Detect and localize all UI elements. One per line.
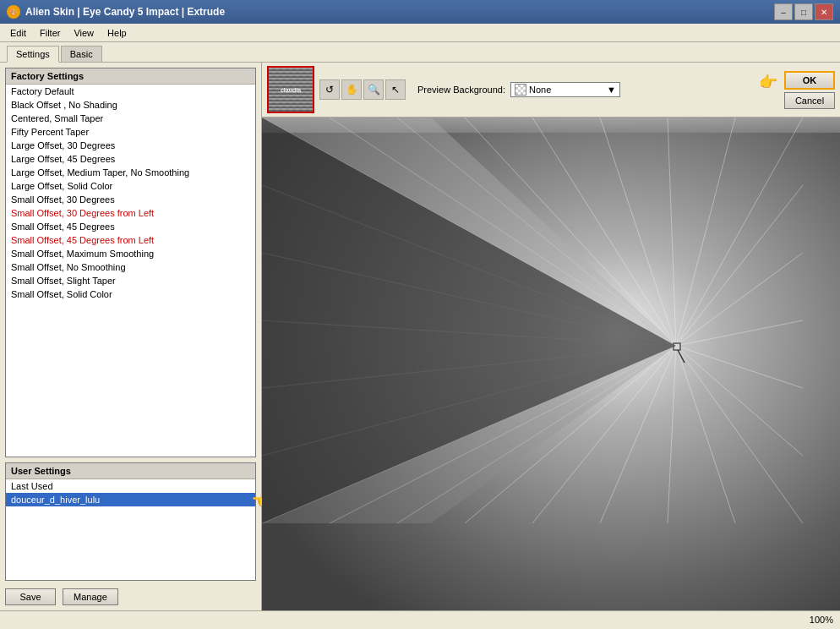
list-item[interactable]: Small Offset, No Smoothing — [6, 260, 255, 274]
title-bar-left: 🎨 Alien Skin | Eye Candy 5 Impact | Extr… — [7, 5, 225, 19]
ok-hand-pointer-icon: 👉 — [759, 73, 777, 91]
list-item[interactable]: Large Offset, Solid Color — [6, 179, 255, 193]
tab-settings[interactable]: Settings — [7, 46, 59, 63]
list-item[interactable]: Small Offset, 30 Degrees from Left — [6, 206, 255, 220]
hand-tool-icon[interactable]: ✋ — [341, 79, 362, 100]
tab-basic[interactable]: Basic — [61, 46, 102, 62]
maximize-button[interactable]: □ — [794, 3, 813, 20]
preview-canvas — [262, 118, 840, 610]
list-item[interactable]: Small Offset, 30 Degrees — [6, 193, 255, 206]
thumbnail-watermark: claudia — [281, 87, 301, 93]
last-used-label: Last Used — [6, 479, 255, 493]
preview-bg-value: None — [529, 85, 551, 95]
refresh-icon[interactable]: ↺ — [319, 79, 340, 100]
title-bar: 🎨 Alien Skin | Eye Candy 5 Impact | Extr… — [0, 0, 840, 24]
app-icon: 🎨 — [7, 5, 20, 19]
save-button[interactable]: Save — [5, 588, 56, 605]
bg-swatch — [515, 84, 526, 96]
manage-button[interactable]: Manage — [63, 588, 118, 605]
list-item[interactable]: Small Offset, Slight Taper — [6, 274, 255, 287]
factory-settings-panel: Factory Settings Factory Default Black O… — [5, 68, 256, 457]
list-item[interactable]: Small Offset, Maximum Smoothing — [6, 247, 255, 260]
minimize-button[interactable]: – — [774, 3, 793, 20]
list-item[interactable]: Fifty Percent Taper — [6, 125, 255, 139]
zoom-level: 100% — [810, 615, 833, 625]
list-item[interactable]: Large Offset, 45 Degrees — [6, 152, 255, 166]
window-title: Alien Skin | Eye Candy 5 Impact | Extrud… — [25, 6, 225, 18]
close-button[interactable]: ✕ — [815, 3, 833, 20]
preview-bg-label: Preview Background: — [417, 85, 505, 95]
list-item[interactable]: Centered, Small Taper — [6, 112, 255, 125]
list-item[interactable]: Large Offset, 30 Degrees — [6, 139, 255, 152]
bottom-buttons: Save Manage — [0, 583, 261, 610]
menu-help[interactable]: Help — [101, 24, 134, 41]
top-strip: claudia ↺ ✋ 🔍 ↖ Preview Background: None… — [262, 63, 840, 118]
dropdown-arrow-icon[interactable]: ▼ — [607, 85, 616, 95]
factory-settings-header: Factory Settings — [6, 68, 255, 85]
cancel-button[interactable]: Cancel — [784, 92, 835, 109]
preview-thumbnail: claudia — [267, 66, 314, 113]
tabs-row: Settings Basic — [0, 42, 840, 63]
menu-edit[interactable]: Edit — [3, 24, 33, 41]
user-settings-header: User Settings — [6, 463, 255, 479]
list-item[interactable]: Small Offset, 45 Degrees — [6, 220, 255, 233]
toolbar-icons: ↺ ✋ 🔍 ↖ — [319, 79, 406, 100]
right-panel: claudia ↺ ✋ 🔍 ↖ Preview Background: None… — [262, 63, 840, 610]
main-area: Factory Settings Factory Default Black O… — [0, 63, 840, 610]
left-panel: Factory Settings Factory Default Black O… — [0, 63, 262, 610]
menu-view[interactable]: View — [67, 24, 101, 41]
menu-bar: Edit Filter View Help — [0, 24, 840, 42]
window-controls[interactable]: – □ ✕ — [774, 3, 833, 20]
list-item[interactable]: Factory Default — [6, 85, 255, 98]
menu-filter[interactable]: Filter — [33, 24, 67, 41]
preview-bg-select[interactable]: None ▼ — [510, 82, 620, 97]
list-item[interactable]: Small Offset, Solid Color — [6, 287, 255, 301]
preview-svg — [262, 118, 840, 610]
status-bar: 100% — [0, 610, 840, 627]
factory-settings-list[interactable]: Factory Default Black Offset , No Shadin… — [6, 85, 255, 457]
user-setting-item[interactable]: douceur_d_hiver_lulu — [6, 493, 255, 506]
list-item[interactable]: Small Offset, 45 Degrees from Left — [6, 233, 255, 247]
cursor-icon[interactable]: ↖ — [385, 79, 406, 100]
list-item[interactable]: Black Offset , No Shading — [6, 98, 255, 112]
ok-button[interactable]: OK — [784, 71, 835, 90]
zoom-icon[interactable]: 🔍 — [363, 79, 384, 100]
list-item[interactable]: Large Offset, Medium Taper, No Smoothing — [6, 166, 255, 179]
user-settings-panel: User Settings Last Used douceur_d_hiver_… — [5, 462, 256, 581]
